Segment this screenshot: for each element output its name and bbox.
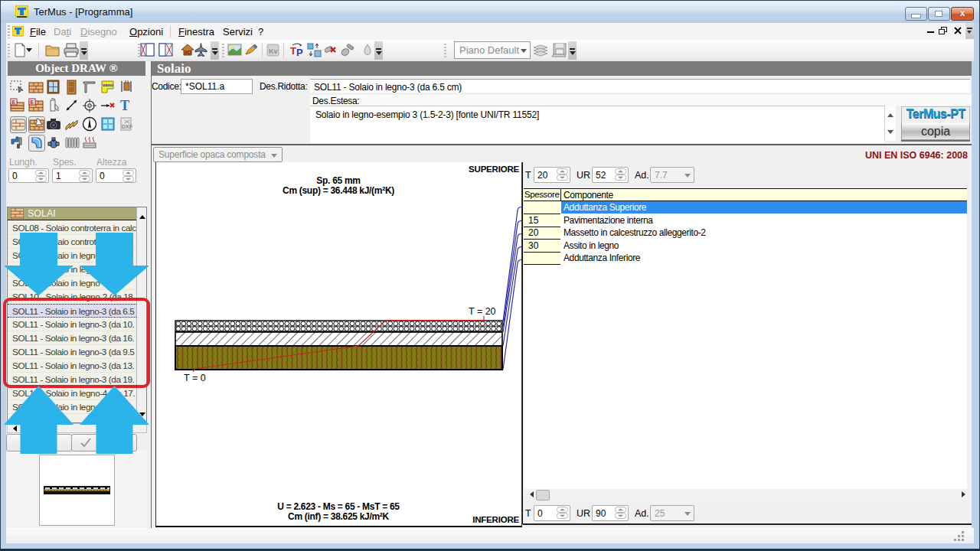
svg-text:E: E	[30, 99, 34, 105]
svg-text:T: T	[290, 45, 296, 57]
svg-text:3D: 3D	[184, 49, 191, 56]
svg-text:T: T	[120, 98, 129, 113]
svg-text:P: P	[296, 47, 303, 58]
svg-text:vano: vano	[103, 83, 113, 87]
svg-text:DXF: DXF	[122, 124, 133, 129]
svg-text:E: E	[12, 99, 16, 105]
svg-text:Kv: Kv	[269, 47, 278, 55]
